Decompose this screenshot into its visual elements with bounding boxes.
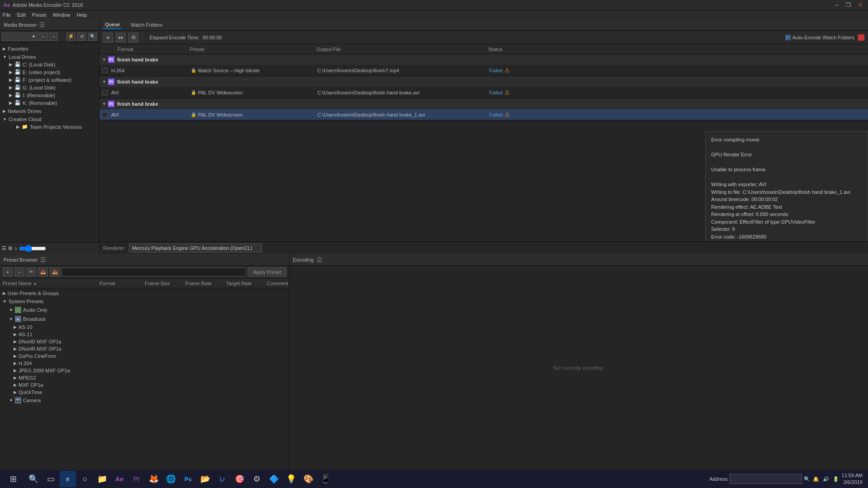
start-button[interactable]: ⊞ bbox=[2, 471, 24, 487]
tray-battery[interactable]: 🔋 bbox=[833, 476, 839, 482]
icon-view-btn[interactable]: ⊞ bbox=[8, 245, 12, 251]
taskbar-ae[interactable]: Ae bbox=[111, 471, 127, 487]
taskbar-extra6[interactable]: 📱 bbox=[317, 471, 334, 487]
renderer-select[interactable]: Mercury Playback Engine GPU Acceleration… bbox=[129, 244, 262, 253]
minimize-button[interactable]: ─ bbox=[833, 2, 840, 8]
menu-file[interactable]: File bbox=[3, 12, 11, 18]
broadcast-header[interactable]: ▼ ▶ Broadcast bbox=[0, 314, 289, 324]
taskbar-chrome[interactable]: 🌐 bbox=[163, 471, 179, 487]
title-bar-controls[interactable]: ─ ❐ ✕ bbox=[833, 2, 864, 8]
import-preset-btn[interactable]: 📥 bbox=[38, 267, 48, 277]
zoom-slider[interactable] bbox=[19, 245, 46, 252]
drive-c[interactable]: ▶ 💾 C: (Local Disk) bbox=[0, 61, 99, 68]
system-presets-header[interactable]: ▼ System Presets bbox=[0, 297, 289, 305]
creative-cloud-header[interactable]: ▼ Creative Cloud bbox=[0, 116, 99, 123]
queue-row-2a[interactable]: AVI 🔒 PAL DV Widescreen C:\Users\hosein\… bbox=[99, 87, 868, 98]
menu-window[interactable]: Window bbox=[53, 12, 71, 18]
drive-f[interactable]: ▶ 💾 F: (project & software) bbox=[0, 76, 99, 84]
taskbar-extra2[interactable]: ⚙ bbox=[249, 471, 265, 487]
audio-only-header[interactable]: ▼ ♪ Audio Only bbox=[0, 305, 289, 314]
taskbar-extra5[interactable]: 🎨 bbox=[300, 471, 316, 487]
row3a-checkbox[interactable] bbox=[102, 112, 109, 117]
drive-i[interactable]: ▶ 💾 I: (Removable) bbox=[0, 91, 99, 99]
edit-preset-btn[interactable]: ✏ bbox=[26, 267, 36, 277]
nav-forward-button[interactable]: → bbox=[49, 33, 58, 41]
menu-preset[interactable]: Preset bbox=[32, 12, 47, 18]
meta-view-btn[interactable]: ○ bbox=[14, 246, 17, 251]
menu-edit[interactable]: Edit bbox=[17, 12, 26, 18]
taskbar-search[interactable]: 🔍 bbox=[25, 471, 42, 487]
preset-h264[interactable]: ▶ H.264 bbox=[0, 360, 289, 367]
preset-as10[interactable]: ▶ AS-10 bbox=[0, 324, 289, 331]
media-browser-panel: Media Browser ☰ ▼ ← → ⚡ ↺ 🔍 bbox=[0, 19, 99, 254]
network-drives-header[interactable]: ▶ Network Drives bbox=[0, 108, 99, 115]
tray-network[interactable]: 🔔 bbox=[813, 476, 819, 482]
row1a-output: C:\Users\hosein\Desktop\finish7.mp4 bbox=[317, 68, 489, 73]
drive-g[interactable]: ▶ 💾 G: (Local Disk) bbox=[0, 84, 99, 91]
new-preset-btn[interactable]: + bbox=[3, 267, 13, 277]
filter-button[interactable]: ⚡ bbox=[66, 33, 75, 41]
add-item-btn[interactable]: + bbox=[103, 33, 113, 42]
queue-row-1a[interactable]: H.264 🔒 Match Source – High bitrate C:\U… bbox=[99, 65, 868, 76]
list-view-btn[interactable]: ☰ bbox=[2, 245, 6, 251]
refresh-button[interactable]: ↺ bbox=[77, 33, 86, 41]
restore-button[interactable]: ❐ bbox=[844, 2, 853, 8]
taskbar-cortana[interactable]: ○ bbox=[77, 471, 93, 487]
queue-group-1-header[interactable]: ▼ Pr finish hand brake bbox=[99, 54, 868, 65]
drive-e[interactable]: ▶ 💾 E: (video project) bbox=[0, 68, 99, 76]
preset-quicktime[interactable]: ▶ QuickTime bbox=[0, 389, 289, 396]
tab-watch[interactable]: Watch Folders bbox=[129, 21, 165, 28]
taskbar-firefox[interactable]: 🦊 bbox=[146, 471, 162, 487]
preset-browser-menu[interactable]: ☰ bbox=[40, 256, 46, 263]
encoding-menu[interactable]: ☰ bbox=[316, 256, 322, 263]
stop-btn[interactable] bbox=[858, 34, 864, 41]
taskbar-ps[interactable]: Ps bbox=[180, 471, 196, 487]
drive-k[interactable]: ▶ 💾 K: (Removable) bbox=[0, 99, 99, 107]
queue-group-3-header[interactable]: ▼ Pr finish hand brake bbox=[99, 99, 868, 109]
preset-dnxhr[interactable]: ▶ DNxHR MXF OP1a bbox=[0, 345, 289, 352]
queue-row-3a[interactable]: AVI 🔒 PAL DV Widescreen C:\Users\hosein\… bbox=[99, 109, 868, 120]
preset-as11[interactable]: ▶ AS-11 bbox=[0, 331, 289, 338]
taskbar-extra4[interactable]: 💡 bbox=[283, 471, 299, 487]
tab-queue[interactable]: Queue bbox=[103, 21, 122, 29]
taskbar-ie[interactable]: e bbox=[60, 471, 76, 487]
taskbar-explorer2[interactable]: 📂 bbox=[197, 471, 213, 487]
col-framerate: Frame Rate bbox=[185, 281, 226, 286]
user-presets-header[interactable]: ▶ User Presets & Groups bbox=[0, 289, 289, 297]
path-dropdown[interactable]: ▼ bbox=[2, 33, 38, 41]
preset-dnxhd[interactable]: ▶ DNxHD MXF OP1a bbox=[0, 338, 289, 345]
taskbar-pr[interactable]: Pr bbox=[128, 471, 145, 487]
tray-volume[interactable]: 🔊 bbox=[823, 476, 829, 482]
preset-mxf[interactable]: ▶ MXF OP1a bbox=[0, 381, 289, 389]
taskbar-file-explorer[interactable]: 📁 bbox=[94, 471, 110, 487]
pause-btn[interactable]: ⊟ bbox=[128, 33, 138, 42]
nav-back-button[interactable]: ← bbox=[39, 33, 48, 41]
taskbar-extra1[interactable]: 🎯 bbox=[231, 471, 248, 487]
preset-jpeg2000[interactable]: ▶ JPEG 2000 MXF OP1a bbox=[0, 367, 289, 374]
apply-preset-button[interactable]: Apply Preset bbox=[248, 267, 286, 277]
search-button[interactable]: 🔍 bbox=[88, 33, 97, 41]
row1a-checkbox[interactable] bbox=[102, 68, 109, 73]
address-search-icon[interactable]: 🔍 bbox=[804, 476, 810, 482]
address-input[interactable] bbox=[730, 474, 802, 484]
queue-group-2-header[interactable]: ▼ Pr finish hand brake bbox=[99, 76, 868, 87]
taskbar-task-view[interactable]: ▭ bbox=[42, 471, 59, 487]
team-projects[interactable]: ▶ 📁 Team Projects Versions bbox=[0, 123, 99, 131]
auto-encode-checkbox[interactable]: ✓ bbox=[785, 35, 791, 40]
preset-gopro[interactable]: ▶ GoPro CineForm bbox=[0, 352, 289, 360]
export-preset-btn[interactable]: 📤 bbox=[50, 267, 60, 277]
close-button[interactable]: ✕ bbox=[856, 2, 864, 8]
clock[interactable]: 11:59 AM 3/6/2019 bbox=[842, 472, 863, 486]
remove-item-btn[interactable]: ⇔ bbox=[116, 33, 126, 42]
menu-help[interactable]: Help bbox=[77, 12, 87, 18]
delete-preset-btn[interactable]: − bbox=[14, 267, 24, 277]
local-drives-header[interactable]: ▼ Local Drives bbox=[0, 53, 99, 61]
taskbar-lightroom[interactable]: Lr bbox=[214, 471, 231, 487]
preset-search-input[interactable] bbox=[61, 267, 246, 277]
camera-header[interactable]: ▼ 📷 Camera bbox=[0, 396, 289, 405]
media-browser-menu[interactable]: ☰ bbox=[39, 21, 45, 28]
favorites-header[interactable]: ▶ Favorites bbox=[0, 45, 99, 52]
row2a-checkbox[interactable] bbox=[102, 90, 109, 95]
preset-mpeg2[interactable]: ▶ MPEG2 bbox=[0, 374, 289, 381]
taskbar-extra3[interactable]: 🔷 bbox=[266, 471, 282, 487]
